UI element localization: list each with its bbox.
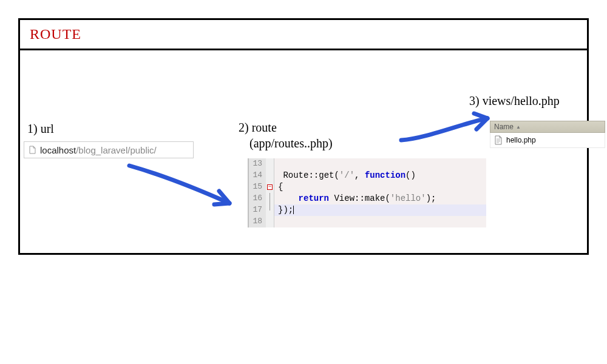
url-host: localhost (40, 145, 76, 155)
column-header-text: Name (494, 123, 514, 131)
page-icon (28, 146, 36, 154)
fold-gutter[interactable]: − (266, 181, 274, 193)
line-number: 15 (249, 181, 266, 193)
file-row[interactable]: hello.php (490, 133, 605, 148)
text-cursor (293, 206, 294, 214)
frame: ROUTE 1) url localhost/blog_laravel/publ… (18, 18, 589, 255)
diagram-container: ROUTE 1) url localhost/blog_laravel/publ… (0, 0, 607, 364)
section1-label: 1) url (27, 122, 54, 136)
code-line-13: 13 (249, 158, 486, 170)
arrow-2-to-3 (396, 111, 500, 147)
section2-label-1: 2) route (239, 121, 277, 135)
section3-label: 3) views/hello.php (469, 94, 560, 108)
code-line-15: 15 − { (249, 181, 486, 193)
code-line-14: 14 Route::get('/', function() (249, 170, 486, 181)
line-number: 14 (249, 170, 266, 181)
code-line-17: 17 }); (249, 204, 486, 216)
code-editor: 13 14 Route::get('/', function() 15 − { … (248, 158, 486, 228)
content-area: 1) url localhost/blog_laravel/public/ 2)… (20, 50, 587, 251)
fold-gutter (266, 170, 274, 181)
fold-gutter (266, 204, 274, 216)
sort-asc-icon: ▲ (516, 124, 521, 130)
code-line-18: 18 (249, 216, 486, 228)
line-number: 16 (249, 193, 266, 204)
php-file-icon (494, 135, 503, 145)
url-path: /blog_laravel/public/ (76, 145, 157, 155)
fold-gutter (266, 216, 274, 228)
title-bar: ROUTE (20, 20, 587, 50)
fold-gutter (266, 158, 274, 170)
file-explorer: Name ▲ hello.php (490, 121, 605, 148)
file-header-name[interactable]: Name ▲ (490, 121, 605, 133)
url-bar[interactable]: localhost/blog_laravel/public/ (24, 141, 194, 158)
title-text: ROUTE (30, 26, 81, 42)
line-number: 13 (249, 158, 266, 170)
code-line-16: 16 return View::make('hello'); (249, 193, 486, 204)
line-number: 17 (249, 204, 266, 216)
file-name: hello.php (506, 136, 536, 144)
section2-label-2: (app/routes..php) (249, 136, 333, 150)
fold-gutter (266, 193, 274, 204)
arrow-1-to-2 (123, 161, 245, 215)
line-number: 18 (249, 216, 266, 228)
fold-minus-icon[interactable]: − (267, 184, 273, 190)
